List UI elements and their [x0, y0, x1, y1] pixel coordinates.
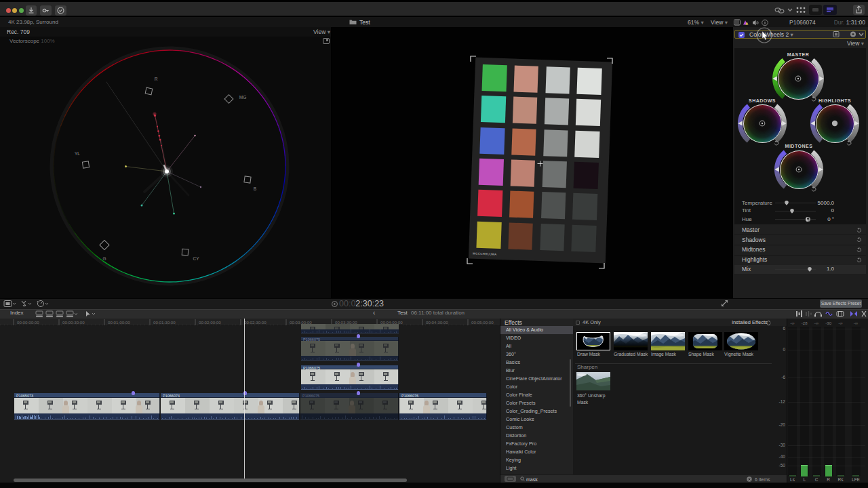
- svg-text:YL: YL: [75, 151, 80, 156]
- svg-text:00:05:00:00: 00:05:00:00: [471, 320, 494, 325]
- svg-text:MG: MG: [239, 95, 246, 100]
- svg-text:R: R: [155, 77, 158, 81]
- svg-text:00:04:30:00: 00:04:30:00: [426, 320, 448, 325]
- svg-text:CY: CY: [193, 256, 199, 261]
- svg-text:00:02:30:00: 00:02:30:00: [244, 320, 267, 325]
- svg-text:00:01:00:00: 00:01:00:00: [108, 320, 130, 325]
- svg-text:00:01:30:00: 00:01:30:00: [153, 320, 176, 325]
- svg-text:G: G: [102, 256, 106, 261]
- svg-text:00:00:30:00: 00:00:30:00: [62, 320, 85, 325]
- svg-text:00:02:00:00: 00:02:00:00: [199, 320, 221, 325]
- svg-text:00:00:00:00: 00:00:00:00: [17, 320, 39, 325]
- svg-text:B: B: [254, 186, 256, 191]
